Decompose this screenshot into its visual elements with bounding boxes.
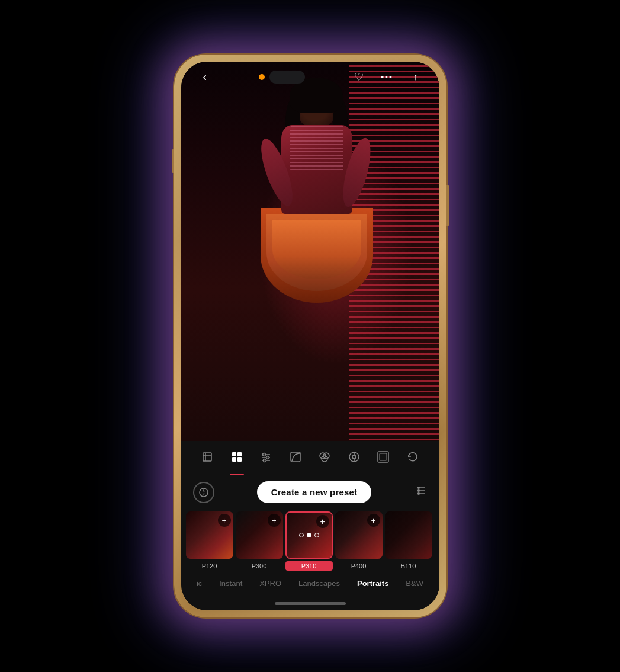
nav-center — [259, 71, 305, 84]
svg-rect-4 — [237, 452, 242, 456]
preset-p400-add[interactable]: + — [367, 514, 380, 527]
phone-screen: ‹ ♡ ••• ↑ — [181, 62, 439, 610]
preset-p120-add[interactable]: + — [218, 514, 231, 527]
preset-b110-label: B110 — [385, 561, 432, 571]
more-options-icon[interactable]: ••• — [378, 72, 397, 82]
svg-point-12 — [264, 459, 266, 462]
toolbar — [181, 441, 439, 475]
svg-rect-0 — [203, 453, 211, 461]
svg-marker-25 — [203, 493, 204, 496]
preset-p310-label: P310 — [285, 561, 333, 571]
person-head — [297, 87, 336, 128]
power-button — [446, 185, 449, 226]
presets-tool[interactable] — [226, 448, 248, 469]
color-mix-tool[interactable] — [313, 448, 336, 469]
volume-button — [172, 149, 174, 173]
list-view-button[interactable] — [415, 484, 428, 500]
preset-p310-dots — [299, 533, 319, 537]
preset-p310-add[interactable]: + — [316, 515, 329, 528]
svg-rect-3 — [232, 452, 236, 456]
photo-area — [181, 62, 439, 441]
preset-b110-bg — [385, 511, 432, 559]
person-figure — [252, 81, 382, 422]
svg-point-10 — [263, 453, 266, 456]
adjust-tool[interactable] — [255, 448, 277, 469]
bottom-panel: Create a new preset — [181, 441, 439, 610]
svg-point-29 — [417, 487, 420, 489]
dress-layer-3 — [272, 220, 361, 279]
svg-point-11 — [266, 456, 269, 459]
preset-p120[interactable]: + P120 — [186, 511, 233, 571]
preset-p400-label: P400 — [335, 561, 383, 571]
dot-1 — [299, 533, 304, 537]
back-button[interactable]: ‹ — [195, 70, 214, 84]
fashion-photo — [181, 62, 439, 441]
home-bar — [275, 602, 346, 605]
share-icon[interactable]: ↑ — [406, 72, 425, 82]
preset-p300[interactable]: + P300 — [236, 511, 283, 571]
heal-tool[interactable] — [343, 448, 365, 469]
tab-bw[interactable]: B&W — [402, 578, 427, 589]
preset-p120-thumb: + — [186, 511, 233, 559]
svg-rect-5 — [232, 457, 236, 462]
preset-p400-thumb: + — [335, 511, 383, 559]
svg-rect-22 — [380, 453, 387, 460]
heart-icon[interactable]: ♡ — [349, 71, 368, 84]
tab-portraits[interactable]: Portraits — [354, 578, 392, 589]
svg-marker-24 — [203, 489, 204, 492]
svg-point-31 — [417, 492, 420, 495]
tab-xpro[interactable]: XPRO — [256, 578, 285, 589]
dot-3 — [314, 533, 319, 537]
shirt-stripes — [290, 125, 343, 172]
svg-rect-6 — [237, 457, 242, 462]
tab-ic[interactable]: ic — [193, 578, 205, 589]
preset-p120-label: P120 — [186, 561, 233, 571]
dynamic-island — [269, 71, 305, 84]
svg-point-30 — [417, 489, 420, 492]
history-tool[interactable] — [401, 448, 424, 469]
preset-p310-thumb: + — [285, 511, 333, 559]
phone-frame: ‹ ♡ ••• ↑ — [174, 55, 446, 617]
preset-b110-thumb — [385, 511, 432, 559]
notch-dot — [259, 74, 265, 80]
tab-instant[interactable]: Instant — [216, 578, 246, 589]
phone-device: ‹ ♡ ••• ↑ — [174, 55, 446, 617]
create-preset-button[interactable]: Create a new preset — [257, 481, 372, 503]
presets-scroll: + P120 + P300 — [181, 509, 439, 573]
preset-action-row: Create a new preset — [181, 475, 439, 509]
preset-p300-add[interactable]: + — [268, 514, 281, 527]
svg-point-18 — [352, 455, 356, 459]
preset-p300-label: P300 — [236, 561, 283, 571]
home-indicator — [181, 596, 439, 610]
crop-tool[interactable] — [196, 448, 219, 469]
preset-b110[interactable]: B110 — [385, 511, 432, 571]
compass-button[interactable] — [193, 482, 214, 503]
preset-p310[interactable]: + P310 — [285, 511, 333, 571]
category-tabs: ic Instant XPRO Landscapes Portraits B&W — [181, 573, 439, 596]
tab-landscapes[interactable]: Landscapes — [295, 578, 343, 589]
tone-tool[interactable] — [284, 448, 307, 469]
person-torso — [281, 125, 352, 214]
person-dress — [261, 208, 373, 315]
preset-p400[interactable]: + P400 — [335, 511, 383, 571]
frame-tool[interactable] — [372, 448, 394, 469]
dot-2 — [307, 533, 311, 537]
top-navigation: ‹ ♡ ••• ↑ — [181, 62, 439, 88]
preset-p300-thumb: + — [236, 511, 283, 559]
